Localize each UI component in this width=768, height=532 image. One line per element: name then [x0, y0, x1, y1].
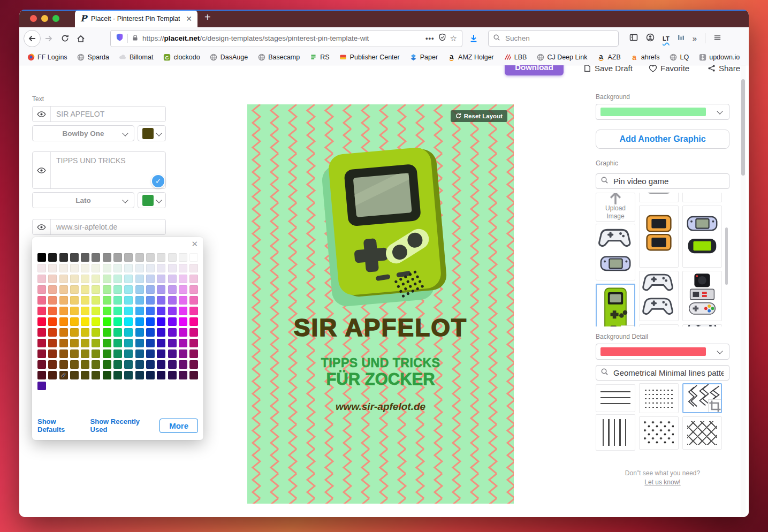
- menu-icon[interactable]: [713, 33, 721, 43]
- canvas-headline[interactable]: SIR APFELOT: [247, 313, 514, 342]
- color-swatch[interactable]: [157, 296, 165, 305]
- color-swatch[interactable]: [92, 285, 100, 294]
- color-swatch[interactable]: [157, 307, 165, 315]
- color-swatch[interactable]: [113, 371, 122, 379]
- reload-icon[interactable]: [57, 31, 73, 47]
- color-swatch[interactable]: [124, 307, 133, 315]
- color-swatch[interactable]: [179, 296, 187, 305]
- color-swatch[interactable]: [103, 253, 111, 262]
- color-swatch[interactable]: [179, 360, 187, 369]
- color-swatch[interactable]: [135, 349, 144, 358]
- color-swatch[interactable]: [157, 371, 165, 379]
- color-swatch[interactable]: [113, 275, 122, 283]
- color-swatch[interactable]: [124, 371, 133, 379]
- color-swatch[interactable]: [48, 371, 57, 379]
- color-swatch[interactable]: [146, 296, 155, 305]
- canvas-website-text[interactable]: www.sir-apfelot.de: [247, 401, 514, 413]
- graphic-thumbnail-handheld-dark-partial[interactable]: [639, 324, 679, 326]
- color-swatch[interactable]: [189, 317, 198, 326]
- website-text-input[interactable]: [51, 219, 165, 234]
- color-swatch[interactable]: [124, 264, 133, 272]
- tab-close-icon[interactable]: ✕: [186, 15, 192, 22]
- color-swatch[interactable]: [37, 317, 46, 326]
- color-swatch[interactable]: [179, 253, 187, 262]
- design-canvas[interactable]: Reset Layout SIR APFELOT TIPPS UND TRICK…: [247, 104, 514, 504]
- color-swatch[interactable]: [189, 285, 198, 294]
- color-swatch[interactable]: [157, 349, 165, 358]
- pattern-thumbnail-lattice[interactable]: [682, 416, 722, 450]
- color-swatch[interactable]: [113, 328, 122, 337]
- eye-icon[interactable]: [33, 152, 51, 188]
- color-swatch[interactable]: [103, 360, 111, 369]
- close-icon[interactable]: ✕: [191, 239, 198, 249]
- gameboy-graphic[interactable]: [321, 147, 455, 308]
- color-swatch[interactable]: [168, 371, 177, 379]
- color-swatch[interactable]: [103, 317, 111, 326]
- color-swatch[interactable]: [81, 285, 89, 294]
- color-swatch[interactable]: [189, 349, 198, 358]
- color-swatch[interactable]: [135, 307, 144, 315]
- graphic-thumbnail-controller-handheld[interactable]: [596, 224, 635, 280]
- color-swatch[interactable]: [146, 349, 155, 358]
- color-swatch[interactable]: [92, 264, 100, 272]
- background-color-select[interactable]: [596, 104, 729, 120]
- eye-icon[interactable]: [33, 107, 51, 121]
- reset-layout-button[interactable]: Reset Layout: [451, 110, 507, 122]
- color-swatch[interactable]: [37, 264, 46, 272]
- color-swatch[interactable]: [81, 296, 89, 305]
- spellcheck-check-icon[interactable]: ✓: [151, 174, 165, 188]
- color-swatch[interactable]: [59, 307, 68, 315]
- bookmark-item[interactable]: aAMZ Holger: [447, 53, 494, 61]
- bookmark-item[interactable]: Sparda: [77, 53, 109, 61]
- close-window-button[interactable]: [30, 15, 37, 22]
- background-detail-color-select[interactable]: [596, 344, 729, 360]
- forward-icon[interactable]: [41, 31, 57, 47]
- color-swatch[interactable]: [168, 328, 177, 337]
- bookmark-item[interactable]: aAZB: [597, 53, 620, 61]
- title-color-select[interactable]: [138, 125, 166, 141]
- color-swatch[interactable]: [113, 253, 122, 262]
- crop-icon[interactable]: [621, 325, 635, 326]
- color-swatch[interactable]: [103, 371, 111, 379]
- color-swatch[interactable]: [113, 339, 122, 347]
- color-swatch[interactable]: [146, 253, 155, 262]
- color-swatch[interactable]: [59, 328, 68, 337]
- show-defaults-link[interactable]: Show Defaults: [37, 417, 77, 434]
- color-swatch[interactable]: [81, 317, 89, 326]
- graphic-thumbnail-controller-partial[interactable]: [682, 193, 722, 202]
- home-icon[interactable]: [73, 31, 89, 47]
- browser-search-input[interactable]: [504, 34, 614, 43]
- color-swatch[interactable]: [92, 328, 100, 337]
- color-swatch[interactable]: [70, 296, 79, 305]
- subtitle-color-select[interactable]: [138, 192, 166, 208]
- bookmark-item[interactable]: Paper: [409, 53, 438, 61]
- languagetool-icon[interactable]: LT: [663, 35, 670, 42]
- color-swatch[interactable]: [189, 339, 198, 347]
- color-swatch[interactable]: [135, 285, 144, 294]
- color-swatch[interactable]: [37, 349, 46, 358]
- color-swatch[interactable]: [113, 264, 122, 272]
- color-swatch[interactable]: [70, 253, 79, 262]
- color-swatch[interactable]: [189, 264, 198, 272]
- color-swatch[interactable]: [113, 307, 122, 315]
- color-swatch[interactable]: [103, 285, 111, 294]
- color-swatch[interactable]: [146, 307, 155, 315]
- color-swatch[interactable]: [37, 307, 46, 315]
- color-swatch[interactable]: [59, 285, 68, 294]
- color-swatch[interactable]: [189, 275, 198, 283]
- color-swatch[interactable]: [48, 264, 57, 272]
- color-swatch[interactable]: [168, 317, 177, 326]
- color-swatch[interactable]: [48, 360, 57, 369]
- color-swatch[interactable]: [189, 296, 198, 305]
- pattern-thumbnail-hlines[interactable]: [596, 384, 635, 412]
- color-swatch[interactable]: [179, 307, 187, 315]
- extension-bars-icon[interactable]: [678, 34, 685, 43]
- color-swatch[interactable]: [146, 275, 155, 283]
- page-actions-icon[interactable]: •••: [425, 34, 435, 42]
- color-swatch[interactable]: [168, 339, 177, 347]
- color-swatch[interactable]: [37, 296, 46, 305]
- color-swatch[interactable]: [103, 307, 111, 315]
- color-swatch[interactable]: [70, 328, 79, 337]
- color-swatch[interactable]: [70, 275, 79, 283]
- color-swatch[interactable]: [70, 317, 79, 326]
